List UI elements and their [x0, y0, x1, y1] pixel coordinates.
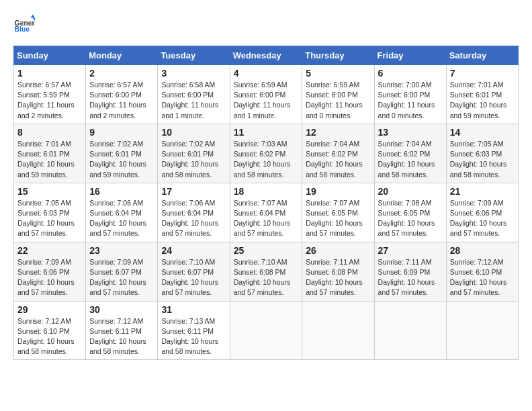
- day-info: Sunrise: 6:57 AMSunset: 5:59 PMDaylight:…: [17, 80, 82, 121]
- calendar-header-friday: Friday: [374, 46, 446, 65]
- calendar-header-monday: Monday: [86, 46, 158, 65]
- calendar-cell: 3Sunrise: 6:58 AMSunset: 6:00 PMDaylight…: [158, 65, 230, 124]
- calendar-cell: 28Sunrise: 7:12 AMSunset: 6:10 PMDayligh…: [446, 242, 518, 301]
- calendar-cell: 2Sunrise: 6:57 AMSunset: 6:00 PMDaylight…: [86, 65, 158, 124]
- day-number: 21: [450, 186, 515, 197]
- calendar-cell: 4Sunrise: 6:59 AMSunset: 6:00 PMDaylight…: [230, 65, 302, 124]
- day-number: 12: [306, 127, 370, 138]
- day-info: Sunrise: 7:10 AMSunset: 6:07 PMDaylight:…: [161, 257, 226, 298]
- calendar-cell: 17Sunrise: 7:06 AMSunset: 6:04 PMDayligh…: [158, 183, 230, 242]
- day-number: 20: [378, 186, 443, 197]
- day-info: Sunrise: 6:58 AMSunset: 6:00 PMDaylight:…: [161, 80, 226, 121]
- calendar-cell: 12Sunrise: 7:04 AMSunset: 6:02 PMDayligh…: [302, 124, 374, 183]
- day-number: 22: [17, 245, 82, 256]
- day-info: Sunrise: 7:00 AMSunset: 6:00 PMDaylight:…: [378, 80, 443, 121]
- calendar-cell: [230, 301, 302, 360]
- day-info: Sunrise: 7:06 AMSunset: 6:04 PMDaylight:…: [89, 198, 154, 239]
- day-number: 7: [450, 68, 515, 79]
- day-info: Sunrise: 7:01 AMSunset: 6:01 PMDaylight:…: [450, 80, 515, 121]
- day-number: 8: [17, 127, 82, 138]
- day-number: 24: [161, 245, 226, 256]
- page-header: General Blue: [13, 13, 519, 35]
- day-info: Sunrise: 7:12 AMSunset: 6:10 PMDaylight:…: [17, 316, 82, 357]
- calendar-cell: 25Sunrise: 7:10 AMSunset: 6:08 PMDayligh…: [230, 242, 302, 301]
- calendar-cell: 26Sunrise: 7:11 AMSunset: 6:08 PMDayligh…: [302, 242, 374, 301]
- calendar-cell: 8Sunrise: 7:01 AMSunset: 6:01 PMDaylight…: [14, 124, 86, 183]
- calendar-cell: 23Sunrise: 7:09 AMSunset: 6:07 PMDayligh…: [86, 242, 158, 301]
- day-info: Sunrise: 7:13 AMSunset: 6:11 PMDaylight:…: [161, 316, 226, 357]
- calendar-cell: 13Sunrise: 7:04 AMSunset: 6:02 PMDayligh…: [374, 124, 446, 183]
- calendar-cell: 30Sunrise: 7:12 AMSunset: 6:11 PMDayligh…: [86, 301, 158, 360]
- day-info: Sunrise: 6:59 AMSunset: 6:00 PMDaylight:…: [306, 80, 370, 121]
- day-info: Sunrise: 7:05 AMSunset: 6:03 PMDaylight:…: [17, 198, 82, 239]
- day-number: 10: [161, 127, 226, 138]
- calendar-table: SundayMondayTuesdayWednesdayThursdayFrid…: [13, 46, 519, 360]
- day-number: 4: [234, 68, 299, 79]
- calendar-cell: [446, 301, 518, 360]
- day-info: Sunrise: 7:12 AMSunset: 6:10 PMDaylight:…: [450, 257, 515, 298]
- day-number: 27: [378, 245, 443, 256]
- day-info: Sunrise: 7:11 AMSunset: 6:08 PMDaylight:…: [306, 257, 370, 298]
- calendar-cell: 11Sunrise: 7:03 AMSunset: 6:02 PMDayligh…: [230, 124, 302, 183]
- day-number: 2: [89, 68, 154, 79]
- day-number: 26: [306, 245, 370, 256]
- day-number: 3: [161, 68, 226, 79]
- day-info: Sunrise: 7:07 AMSunset: 6:04 PMDaylight:…: [234, 198, 299, 239]
- calendar-cell: 31Sunrise: 7:13 AMSunset: 6:11 PMDayligh…: [158, 301, 230, 360]
- calendar-week-row: 15Sunrise: 7:05 AMSunset: 6:03 PMDayligh…: [14, 183, 519, 242]
- calendar-cell: 20Sunrise: 7:08 AMSunset: 6:05 PMDayligh…: [374, 183, 446, 242]
- day-number: 25: [234, 245, 299, 256]
- calendar-cell: 14Sunrise: 7:05 AMSunset: 6:03 PMDayligh…: [446, 124, 518, 183]
- calendar-cell: 9Sunrise: 7:02 AMSunset: 6:01 PMDaylight…: [86, 124, 158, 183]
- calendar-header-saturday: Saturday: [446, 46, 518, 65]
- day-info: Sunrise: 7:10 AMSunset: 6:08 PMDaylight:…: [234, 257, 299, 298]
- calendar-cell: 15Sunrise: 7:05 AMSunset: 6:03 PMDayligh…: [14, 183, 86, 242]
- calendar-week-row: 22Sunrise: 7:09 AMSunset: 6:06 PMDayligh…: [14, 242, 519, 301]
- day-number: 29: [17, 304, 82, 315]
- day-info: Sunrise: 7:07 AMSunset: 6:05 PMDaylight:…: [306, 198, 370, 239]
- calendar-cell: 16Sunrise: 7:06 AMSunset: 6:04 PMDayligh…: [86, 183, 158, 242]
- calendar-cell: 5Sunrise: 6:59 AMSunset: 6:00 PMDaylight…: [302, 65, 374, 124]
- day-number: 6: [378, 68, 443, 79]
- day-info: Sunrise: 7:03 AMSunset: 6:02 PMDaylight:…: [234, 139, 299, 180]
- day-number: 11: [234, 127, 299, 138]
- day-number: 18: [234, 186, 299, 197]
- day-number: 31: [161, 304, 226, 315]
- calendar-cell: 29Sunrise: 7:12 AMSunset: 6:10 PMDayligh…: [14, 301, 86, 360]
- day-number: 19: [306, 186, 370, 197]
- day-info: Sunrise: 7:05 AMSunset: 6:03 PMDaylight:…: [450, 139, 515, 180]
- day-number: 28: [450, 245, 515, 256]
- calendar-week-row: 1Sunrise: 6:57 AMSunset: 5:59 PMDaylight…: [14, 65, 519, 124]
- calendar-header-tuesday: Tuesday: [158, 46, 230, 65]
- svg-marker-2: [31, 15, 35, 18]
- calendar-cell: 22Sunrise: 7:09 AMSunset: 6:06 PMDayligh…: [14, 242, 86, 301]
- day-info: Sunrise: 7:09 AMSunset: 6:06 PMDaylight:…: [450, 198, 515, 239]
- day-info: Sunrise: 7:08 AMSunset: 6:05 PMDaylight:…: [378, 198, 443, 239]
- day-info: Sunrise: 7:04 AMSunset: 6:02 PMDaylight:…: [378, 139, 443, 180]
- calendar-cell: 24Sunrise: 7:10 AMSunset: 6:07 PMDayligh…: [158, 242, 230, 301]
- day-info: Sunrise: 7:11 AMSunset: 6:09 PMDaylight:…: [378, 257, 443, 298]
- day-info: Sunrise: 7:01 AMSunset: 6:01 PMDaylight:…: [17, 139, 82, 180]
- day-number: 30: [89, 304, 154, 315]
- calendar-header-wednesday: Wednesday: [230, 46, 302, 65]
- day-info: Sunrise: 7:02 AMSunset: 6:01 PMDaylight:…: [89, 139, 154, 180]
- day-number: 23: [89, 245, 154, 256]
- calendar-header-thursday: Thursday: [302, 46, 374, 65]
- calendar-header-row: SundayMondayTuesdayWednesdayThursdayFrid…: [14, 46, 519, 65]
- logo: General Blue: [13, 13, 35, 35]
- calendar-cell: 21Sunrise: 7:09 AMSunset: 6:06 PMDayligh…: [446, 183, 518, 242]
- day-info: Sunrise: 7:02 AMSunset: 6:01 PMDaylight:…: [161, 139, 226, 180]
- calendar-week-row: 29Sunrise: 7:12 AMSunset: 6:10 PMDayligh…: [14, 301, 519, 360]
- day-number: 15: [17, 186, 82, 197]
- day-number: 13: [378, 127, 443, 138]
- calendar-week-row: 8Sunrise: 7:01 AMSunset: 6:01 PMDaylight…: [14, 124, 519, 183]
- day-info: Sunrise: 6:59 AMSunset: 6:00 PMDaylight:…: [234, 80, 299, 121]
- calendar-cell: 1Sunrise: 6:57 AMSunset: 5:59 PMDaylight…: [14, 65, 86, 124]
- day-number: 17: [161, 186, 226, 197]
- svg-text:Blue: Blue: [15, 26, 30, 33]
- day-info: Sunrise: 7:09 AMSunset: 6:06 PMDaylight:…: [17, 257, 82, 298]
- day-number: 5: [306, 68, 370, 79]
- calendar-cell: [374, 301, 446, 360]
- day-number: 1: [17, 68, 82, 79]
- day-number: 14: [450, 127, 515, 138]
